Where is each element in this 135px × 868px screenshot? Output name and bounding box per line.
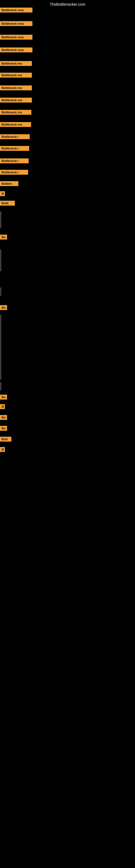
bottleneck-badge: Bottleneck r xyxy=(0,146,29,151)
bottleneck-badge: Bo xyxy=(0,305,7,310)
vertical-line xyxy=(1,315,1,380)
bottleneck-badge: Bo xyxy=(0,235,7,240)
bottleneck-badge: Bo xyxy=(0,415,7,420)
bottleneck-badge: Bottleneck r xyxy=(0,134,30,139)
bottleneck-badge: B xyxy=(0,447,5,452)
bottleneck-badge: Bo xyxy=(0,395,7,400)
bottleneck-badge: Bottleneck res xyxy=(0,61,32,66)
bottleneck-badge: Bottleneck resu xyxy=(0,48,32,52)
bottleneck-badge: Bottlen xyxy=(0,181,18,186)
vertical-line xyxy=(1,250,1,271)
bottleneck-badge: Bottleneck r xyxy=(0,170,28,175)
vertical-line xyxy=(1,212,1,228)
bottleneck-badge: B xyxy=(0,404,5,409)
bottleneck-badge: Bottl xyxy=(0,201,15,206)
bottleneck-badge: Bottleneck r xyxy=(0,158,29,163)
bottleneck-badge: B xyxy=(0,191,5,196)
bottleneck-badge: Bottleneck res xyxy=(0,86,32,90)
bottleneck-badge: Bo xyxy=(0,426,7,431)
bottleneck-badge: Bottleneck res xyxy=(0,122,31,127)
bottleneck-badge: Bottleneck res xyxy=(0,73,32,78)
bottleneck-badge: Bottleneck resu xyxy=(0,35,32,40)
bottleneck-badge: Bottleneck res xyxy=(0,110,31,115)
bottleneck-badge: Bottleneck resu xyxy=(0,8,32,12)
vertical-line xyxy=(1,287,1,296)
bottleneck-badge: Bottleneck resu xyxy=(0,21,32,26)
bottleneck-badge: Bott xyxy=(0,437,11,442)
vertical-line xyxy=(1,382,1,391)
bottleneck-badge: Bottleneck res xyxy=(0,98,32,102)
